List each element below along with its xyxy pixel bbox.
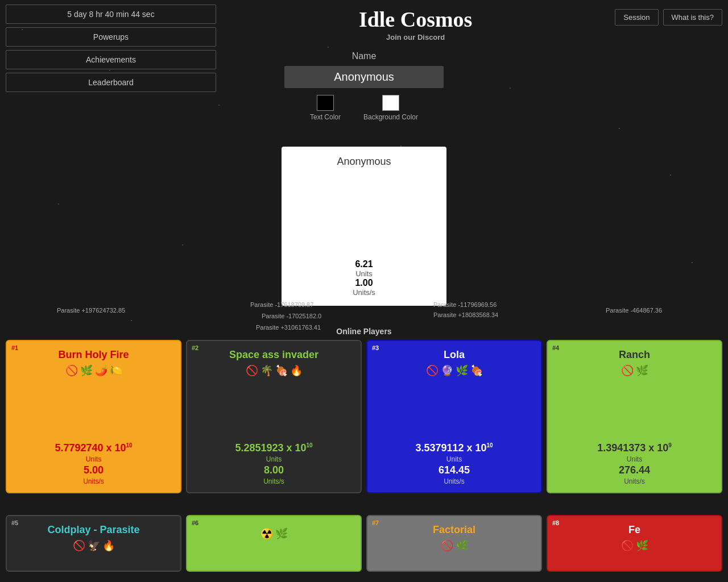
- bg-color-label: Background Color: [363, 113, 418, 121]
- text-color-label: Text Color: [310, 113, 341, 121]
- icon-3-4: 🍖: [470, 364, 483, 377]
- card-2-rate: 8.00: [235, 464, 312, 476]
- card-2-rate-unit: Units/s: [235, 477, 312, 485]
- icon-3-2: 🔮: [441, 364, 453, 377]
- player-card-2: #2 Space ass invader 🚫 🌴 🍖 🔥 5.2851923 x…: [186, 340, 362, 493]
- card-1-value: 5.7792740 x 1010: [55, 442, 132, 454]
- icon-5-1: 🚫: [73, 539, 85, 552]
- name-section: Name Text Color Background Color: [279, 51, 449, 121]
- powerups-button[interactable]: Powerups: [6, 27, 216, 47]
- card-1-rank: #1: [11, 344, 18, 351]
- icon-3-1: 🚫: [426, 364, 439, 377]
- timer-button[interactable]: 5 day 8 hr 40 min 44 sec: [6, 5, 216, 24]
- player-card-6: #6 ☢️ 🌿: [186, 515, 362, 572]
- left-nav: 5 day 8 hr 40 min 44 sec Powerups Achiev…: [6, 5, 216, 92]
- card-4-units: Units: [597, 455, 672, 463]
- icon-lemon-1: 🍋: [110, 364, 122, 377]
- player-card-8: #8 Fe 🚫 🌿: [547, 515, 722, 572]
- card-3-rate-unit: Units/s: [415, 477, 493, 485]
- card-3-icons: 🚫 🔮 🌿 🍖: [426, 364, 483, 377]
- card-5-name: Coldplay - Parasite: [47, 524, 139, 536]
- parasite-text-6: Parasite +18083568.34: [433, 311, 498, 318]
- session-button[interactable]: Session: [615, 9, 658, 26]
- card-3-rank: #3: [372, 344, 379, 351]
- icon-3-3: 🌿: [456, 364, 468, 377]
- game-title: Idle Cosmos: [359, 7, 473, 32]
- icon-7-1: 🚫: [441, 539, 453, 552]
- icon-2-1: 🚫: [246, 364, 258, 377]
- player-card-1: #1 Burn Holy Fire 🚫 🌿 🌶️ 🍋 5.7792740 x 1…: [6, 340, 181, 493]
- icon-2-3: 🍖: [275, 364, 288, 377]
- card-4-rate-unit: Units/s: [597, 477, 672, 485]
- card-2-name: Space ass invader: [229, 349, 318, 361]
- icon-2-4: 🔥: [290, 364, 303, 377]
- icon-8-2: 🌿: [636, 539, 648, 552]
- icon-8-1: 🚫: [621, 539, 634, 552]
- card-6-icons: ☢️ 🌿: [260, 527, 288, 540]
- online-players-label: Online Players: [336, 327, 391, 336]
- bg-color-group: Background Color: [363, 95, 418, 121]
- name-input[interactable]: [284, 66, 444, 88]
- whatisthis-button[interactable]: What is this?: [663, 9, 722, 26]
- card-2-icons: 🚫 🌴 🍖 🔥: [246, 364, 303, 377]
- card-4-name: Ranch: [619, 349, 650, 361]
- card-4-rank: #4: [552, 344, 559, 351]
- leaderboard-button[interactable]: Leaderboard: [6, 73, 216, 92]
- discord-link[interactable]: Join our Discord: [386, 33, 445, 41]
- icon-chili-1: 🌶️: [95, 364, 107, 377]
- icon-plant-1: 🌿: [80, 364, 93, 377]
- card-4-value: 1.3941373 x 109: [597, 442, 672, 454]
- text-color-swatch[interactable]: [317, 95, 334, 111]
- icon-7-2: 🌿: [456, 539, 468, 552]
- icon-2-2: 🌴: [260, 364, 273, 377]
- right-buttons: Session What is this?: [615, 5, 722, 26]
- card-4-stats: 1.3941373 x 109 Units 276.44 Units/s: [597, 408, 672, 487]
- card-3-value: 3.5379112 x 1010: [415, 442, 493, 454]
- card-3-stats: 3.5379112 x 1010 Units 614.45 Units/s: [415, 408, 493, 487]
- achievements-button[interactable]: Achievements: [6, 50, 216, 69]
- card-7-icons: 🚫 🌿: [441, 539, 468, 552]
- card-5-rank: #5: [11, 519, 18, 526]
- preview-rate-label: Units/s: [353, 288, 375, 297]
- preview-stats: 6.21 Units 1.00 Units/s: [353, 214, 375, 297]
- icon-6-1: ☢️: [260, 527, 273, 540]
- bg-color-swatch[interactable]: [382, 95, 399, 111]
- player-grid-bottom: #5 Coldplay - Parasite 🚫 🦅 🔥 #6 ☢️ 🌿 #7 …: [6, 515, 722, 572]
- preview-card: Anonymous 6.21 Units 1.00 Units/s: [282, 147, 446, 306]
- color-pickers: Text Color Background Color: [310, 95, 418, 121]
- card-1-stats: 5.7792740 x 1010 Units 5.00 Units/s: [55, 408, 132, 487]
- card-2-units: Units: [235, 455, 312, 463]
- card-3-name: Lola: [444, 349, 465, 361]
- card-6-rank: #6: [192, 519, 198, 526]
- icon-6-2: 🌿: [275, 527, 288, 540]
- parasite-text-3: Parasite -17025182.0: [262, 313, 321, 319]
- card-3-units: Units: [415, 455, 493, 463]
- icon-4-2: 🌿: [636, 364, 648, 377]
- card-2-value: 5.2851923 x 1010: [235, 442, 312, 454]
- player-card-4: #4 Ranch 🚫 🌿 1.3941373 x 109 Units 276.4…: [547, 340, 722, 493]
- preview-name: Anonymous: [337, 156, 391, 168]
- center-header: Idle Cosmos Join our Discord: [216, 5, 615, 41]
- parasite-text-7: Parasite -464867.36: [606, 307, 662, 314]
- icon-5-3: 🔥: [102, 539, 115, 552]
- icon-percent-1: 🚫: [65, 364, 78, 377]
- player-card-3: #3 Lola 🚫 🔮 🌿 🍖 3.5379112 x 1010 Units 6…: [366, 340, 542, 493]
- card-2-stats: 5.2851923 x 1010 Units 8.00 Units/s: [235, 408, 312, 487]
- player-grid: #1 Burn Holy Fire 🚫 🌿 🌶️ 🍋 5.7792740 x 1…: [6, 340, 722, 493]
- icon-4-1: 🚫: [621, 364, 634, 377]
- card-7-rank: #7: [372, 519, 379, 526]
- name-label: Name: [352, 51, 377, 61]
- card-4-rate: 276.44: [597, 464, 672, 476]
- preview-rate-value: 1.00: [353, 278, 375, 288]
- card-8-rank: #8: [552, 519, 559, 526]
- text-color-group: Text Color: [310, 95, 341, 121]
- card-5-icons: 🚫 🦅 🔥: [73, 539, 115, 552]
- card-1-rate: 5.00: [55, 464, 132, 476]
- card-1-units: Units: [55, 455, 132, 463]
- parasite-text-1: Parasite +197624732.85: [57, 307, 125, 314]
- card-4-icons: 🚫 🌿: [621, 364, 648, 377]
- card-1-rate-unit: Units/s: [55, 477, 132, 485]
- card-8-name: Fe: [628, 524, 640, 536]
- card-1-icons: 🚫 🌿 🌶️ 🍋: [65, 364, 122, 377]
- preview-units-label: Units: [353, 269, 375, 278]
